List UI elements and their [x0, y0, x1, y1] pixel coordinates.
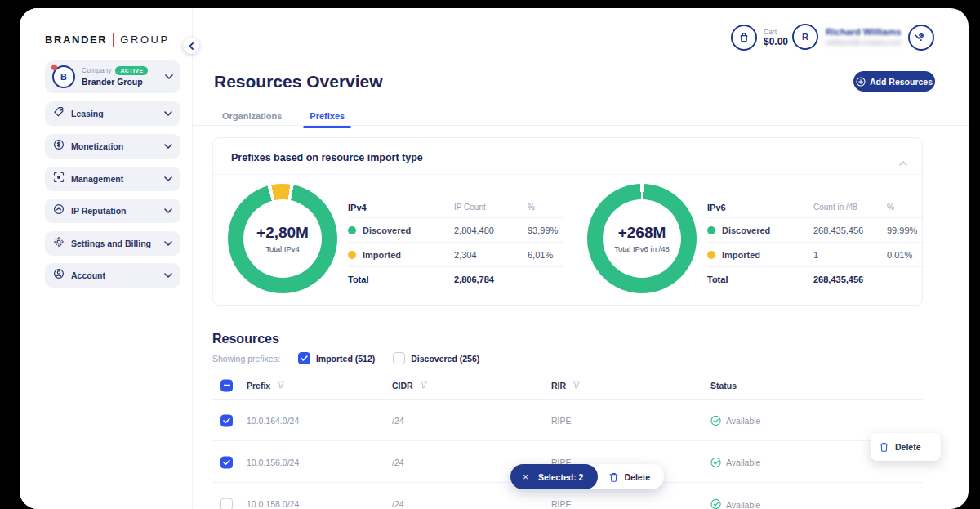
sidebar-item-label: Settings and Billing: [71, 239, 158, 248]
sidebar-item-label: Leasing: [71, 109, 158, 118]
column-cidr[interactable]: CIDR: [392, 381, 413, 391]
ipv6-pct-header: %: [887, 203, 924, 212]
cell-prefix: 10.0.164.0/24: [247, 416, 299, 426]
sidebar-item-account[interactable]: Account: [45, 263, 180, 288]
app-window: BRANDER GROUP B Company ACTIVE Brander G…: [20, 8, 969, 509]
row-checkbox[interactable]: [220, 456, 233, 468]
cart-amount: $0.00: [764, 36, 788, 47]
monetization-icon: [53, 139, 65, 154]
discovered-dot: [348, 226, 356, 234]
imported-dot: [348, 251, 356, 259]
ipv4-count-header: IP Count: [454, 203, 528, 212]
legend-row: Discovered 268,435,456 99.99%: [707, 218, 924, 243]
cell-cidr: /24: [392, 458, 404, 467]
prefixes-import-card: Prefixes based on resource import type +…: [212, 137, 923, 306]
resources-title: Resources: [212, 332, 279, 346]
help-button[interactable]: ?: [908, 25, 934, 51]
column-rir[interactable]: RIR: [551, 381, 566, 391]
column-prefix[interactable]: Prefix: [247, 381, 270, 391]
settings-icon: [53, 236, 65, 251]
filter-funnel-icon[interactable]: [277, 381, 285, 391]
cart-icon: [731, 25, 757, 51]
ipv4-total-label: Total IPv4: [265, 244, 300, 253]
brand-logo-left: BRANDER: [45, 33, 107, 46]
active-badge: ACTIVE: [115, 66, 148, 75]
ipv6-legend-table: IPv6 Count in /48 % Discovered 268,435,4…: [707, 197, 924, 292]
checkbox-indeterminate-icon: [220, 379, 233, 391]
cell-rir: RIPE: [551, 499, 572, 509]
add-resources-button[interactable]: Add Resources: [853, 71, 935, 92]
chevron-down-icon: [164, 176, 172, 181]
row-checkbox[interactable]: [220, 414, 233, 426]
sidebar-item-settings-billing[interactable]: Settings and Billing: [45, 231, 180, 256]
filter-discovered-checkbox[interactable]: Discovered (256): [393, 352, 479, 364]
filter-funnel-icon[interactable]: [572, 381, 581, 391]
checkbox-checked-icon: [220, 414, 233, 426]
company-label: Company: [82, 67, 111, 75]
ipv6-total-label: Total IPv6 in /48: [614, 244, 670, 253]
filter-imported-checkbox[interactable]: Imported (512): [298, 352, 375, 364]
sidebar-item-label: Management: [71, 174, 158, 184]
check-circle-icon: [710, 499, 721, 509]
cart-button[interactable]: Cart $0.00: [731, 25, 788, 51]
sidebar-collapse-button[interactable]: [183, 38, 199, 54]
company-selector[interactable]: B Company ACTIVE Brander Group: [45, 60, 180, 93]
chevron-down-icon: [164, 208, 172, 213]
legend-total-row: Total 268,435,456: [707, 267, 924, 292]
filter-label: Showing prefixes:: [212, 354, 280, 364]
question-icon: ?: [908, 25, 934, 51]
legend-row: Imported 1 0.01%: [707, 243, 924, 267]
checkbox-empty-icon: [220, 498, 233, 509]
ipv6-total-value: +268M: [618, 224, 666, 242]
user-menu[interactable]: R Richard Williams rwilliams@company.com: [792, 24, 923, 50]
legend-row: Imported 2,304 6,01%: [348, 243, 564, 267]
ipv6-count-header: Count in /48: [813, 203, 887, 212]
card-title: Prefixes based on resource import type: [231, 152, 423, 163]
legend-row: Discovered 2,804,480 93,99%: [348, 218, 564, 243]
sidebar-item-leasing[interactable]: Leasing: [45, 101, 180, 126]
brand-logo-divider: [113, 33, 114, 47]
filter-funnel-icon[interactable]: [420, 381, 428, 391]
page-title: Resources Overview: [214, 72, 383, 92]
tabs-divider: [192, 125, 969, 126]
trash-icon: [880, 442, 889, 452]
chevron-down-icon: [164, 241, 172, 246]
row-checkbox[interactable]: [220, 498, 233, 509]
prefix-filters: Showing prefixes: Imported (512) Discove…: [212, 352, 479, 364]
sidebar: BRANDER GROUP B Company ACTIVE Brander G…: [20, 8, 192, 509]
plus-circle-icon: [856, 77, 866, 87]
cell-cidr: /24: [392, 499, 404, 509]
screenshot-canvas: BRANDER GROUP B Company ACTIVE Brander G…: [0, 0, 980, 509]
selection-count-label: Selected: 2: [538, 472, 583, 482]
account-icon: [53, 268, 65, 283]
ipv4-pct-header: %: [528, 203, 564, 212]
header-divider: [192, 56, 969, 56]
user-name: Richard Williams: [826, 26, 902, 38]
sidebar-item-ip-reputation[interactable]: IP Reputation: [45, 199, 180, 223]
chevron-down-icon: [165, 74, 173, 79]
cell-rir: RIPE: [551, 416, 572, 426]
row-actions-menu-delete[interactable]: Delete: [871, 433, 941, 461]
legend-total-row: Total 2,806,784: [348, 267, 564, 292]
chevron-down-icon: [164, 144, 172, 149]
chevron-down-icon: [164, 111, 172, 116]
column-status: Status: [710, 381, 737, 391]
cell-status: Available: [710, 499, 760, 509]
checkbox-empty-icon: [393, 352, 405, 364]
cell-prefix: 10.0.158.0/24: [247, 499, 299, 509]
select-all-checkbox[interactable]: [220, 379, 233, 391]
brand-logo: BRANDER GROUP: [45, 33, 170, 47]
company-name: Brander Group: [82, 77, 158, 87]
checkbox-checked-icon: [220, 456, 233, 468]
bulk-delete-button[interactable]: Delete: [598, 472, 664, 482]
sidebar-item-monetization[interactable]: Monetization: [45, 134, 180, 159]
cell-cidr: /24: [392, 416, 404, 426]
user-email: rwilliams@company.com: [826, 38, 902, 47]
collapse-chevron-icon[interactable]: [899, 154, 907, 169]
clear-selection-button[interactable]: ×: [523, 472, 528, 482]
imported-dot: [707, 251, 715, 259]
ipv4-donut-chart: +2,80M Total IPv4: [228, 184, 337, 293]
leasing-icon: [53, 106, 65, 121]
sidebar-item-management[interactable]: Management: [45, 167, 180, 191]
cart-label: Cart: [764, 28, 788, 36]
